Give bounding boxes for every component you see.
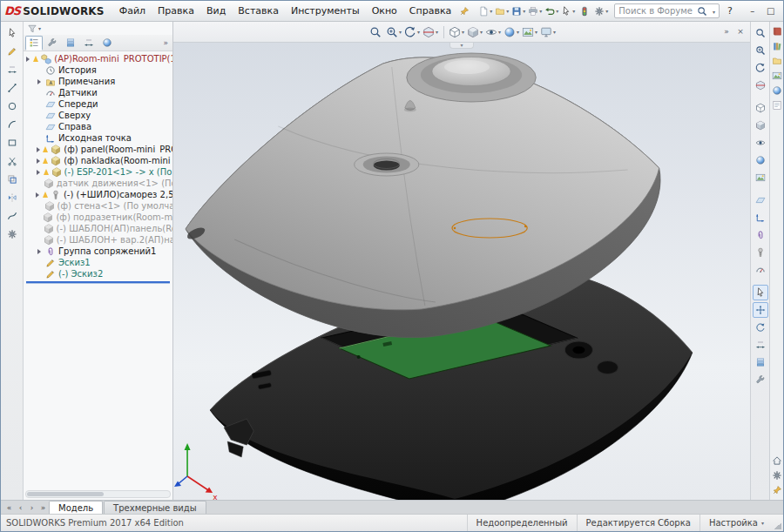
tab-configurationmanager[interactable] <box>62 36 79 51</box>
origin-display-icon[interactable] <box>753 210 768 226</box>
hide-show-items-icon[interactable] <box>485 24 502 40</box>
view-palette-icon[interactable] <box>771 70 783 82</box>
zoom-fit-icon[interactable] <box>368 24 384 40</box>
display-style-icon[interactable] <box>753 118 768 133</box>
tree-item[interactable]: (ф) panel(Room-mini_PROTOTIP_АР... <box>24 144 172 155</box>
expand-arrow-icon[interactable] <box>36 249 43 254</box>
section-view-icon[interactable] <box>753 77 768 93</box>
help-button[interactable]: ? <box>722 5 738 17</box>
zoom-area-icon[interactable] <box>753 43 768 58</box>
home-icon[interactable] <box>771 455 783 467</box>
menu-Правка[interactable]: Правка <box>152 3 199 18</box>
panel-tabs-overflow-button[interactable]: » <box>160 38 171 47</box>
design-library-icon[interactable] <box>771 40 783 52</box>
smart-dimension-icon[interactable] <box>4 62 20 77</box>
menu-Вставка[interactable]: Вставка <box>233 3 284 18</box>
tree-item[interactable]: (ф) стена<1> (По умолчанию) <box>24 200 172 212</box>
plane-display-icon[interactable] <box>753 192 768 208</box>
expand-arrow-icon[interactable] <box>25 57 30 62</box>
filter-funnel-icon[interactable] <box>26 21 42 37</box>
zoom-area-icon[interactable] <box>386 24 402 40</box>
tree-item[interactable]: (АР)Room-mini_PROTOTIP(1,5mm) <box>24 53 172 64</box>
tab-model[interactable]: Модель <box>49 501 103 514</box>
menu-Вид[interactable]: Вид <box>201 3 231 18</box>
resources-icon[interactable] <box>771 25 783 37</box>
file-explorer-icon[interactable] <box>771 55 783 67</box>
tab-dimxpertmanager[interactable] <box>80 36 98 51</box>
resize-grip[interactable] <box>773 515 783 531</box>
tab-displaymanager[interactable] <box>98 36 116 51</box>
display-style-icon[interactable] <box>467 24 483 40</box>
tree-item[interactable]: (-) ШАБЛОН(АП)панель(Room)<1>... <box>24 223 172 234</box>
previous-view-icon[interactable] <box>404 24 421 40</box>
menu-Файл[interactable]: Файл <box>114 3 151 18</box>
menu-Окно[interactable]: Окно <box>367 3 402 18</box>
mirror-entities-icon[interactable] <box>4 190 20 205</box>
custom-properties-icon[interactable] <box>771 99 783 111</box>
tree-item[interactable]: Спереди <box>24 98 172 110</box>
new-document-icon[interactable] <box>477 3 493 19</box>
tree-item[interactable]: (-) ШАБЛОН+ вар.2(АП)наклад(Ка... <box>24 234 172 246</box>
view-orientation-icon[interactable] <box>753 100 768 116</box>
tree-item[interactable]: Датчики <box>24 87 172 98</box>
select-icon[interactable] <box>560 3 576 19</box>
pin-menu-icon[interactable] <box>459 3 470 19</box>
dimension-tool-icon[interactable] <box>753 337 768 353</box>
tree-item[interactable]: (ф) nakladka(Room-mini_PROTOTIP_... <box>24 155 172 166</box>
hide-show-icon[interactable] <box>753 135 768 151</box>
tab-featuremanager[interactable] <box>25 36 43 51</box>
fastener-icon[interactable] <box>753 245 768 260</box>
status-state[interactable]: Недоопределенный <box>467 515 577 531</box>
line-icon[interactable] <box>4 80 20 96</box>
tab-propertymanager[interactable] <box>44 36 61 51</box>
tree-item[interactable]: Сверху <box>24 110 172 121</box>
mate-icon[interactable] <box>753 227 768 243</box>
settings-icon[interactable] <box>771 469 783 481</box>
tree-item[interactable]: (-) ESP-201<1> -> x (По умолчан... <box>24 166 172 178</box>
toolbar-overflow-button[interactable]: » <box>720 24 733 38</box>
convert-entities-icon[interactable] <box>4 172 20 187</box>
tree-item[interactable]: Примечания <box>24 76 172 87</box>
scrollbar-thumb[interactable] <box>27 492 104 496</box>
edit-appearance-icon[interactable] <box>504 24 520 40</box>
appearance-icon[interactable] <box>753 152 768 168</box>
options-gear-icon[interactable] <box>593 3 609 19</box>
tree-item[interactable]: Эскиз1 <box>24 257 172 268</box>
rotate-component-icon[interactable] <box>753 320 768 335</box>
menu-Справка[interactable]: Справка <box>404 3 456 18</box>
expand-arrow-icon[interactable] <box>36 147 40 152</box>
sketch-icon[interactable] <box>4 44 20 59</box>
spline-icon[interactable] <box>4 208 20 224</box>
sensor-icon[interactable] <box>753 262 768 278</box>
open-document-icon[interactable] <box>494 3 510 19</box>
rollback-bar[interactable] <box>26 281 170 283</box>
tab-scroll-first-button[interactable]: « <box>3 502 15 513</box>
save-icon[interactable] <box>510 3 526 19</box>
trim-entities-icon[interactable] <box>4 153 20 169</box>
status-editing[interactable]: Редактируется Сборка <box>577 515 700 531</box>
select-arrow-icon[interactable] <box>4 25 20 41</box>
section-view-icon[interactable] <box>422 24 439 40</box>
tree-horizontal-scrollbar[interactable] <box>25 490 171 498</box>
select-tool-icon[interactable] <box>753 285 768 300</box>
status-configuration[interactable]: Настройка <box>700 515 773 531</box>
tree-item[interactable]: Группа сопряжений1 <box>24 246 172 257</box>
rectangle-icon[interactable] <box>4 135 20 151</box>
previous-view-icon[interactable] <box>753 60 768 76</box>
close-toolbar-button[interactable]: × <box>734 24 747 38</box>
search-box[interactable]: Поиск в Форуме <box>614 3 720 18</box>
tree-item[interactable]: Исходная точка <box>24 132 172 144</box>
tree-item[interactable]: Справа <box>24 121 172 132</box>
zoom-to-fit-icon[interactable] <box>753 25 768 41</box>
search-scope-caret[interactable] <box>712 6 715 16</box>
expand-arrow-icon[interactable] <box>36 158 40 164</box>
scene-icon[interactable] <box>753 170 768 185</box>
tab-scroll-prev-button[interactable]: ‹ <box>15 502 26 513</box>
minimize-button[interactable]: – <box>744 4 761 18</box>
print-icon[interactable] <box>527 3 543 19</box>
tree-item[interactable]: (-) Эскиз2 <box>24 268 172 279</box>
sketch-settings-icon[interactable] <box>4 226 20 242</box>
tools-icon[interactable] <box>753 372 768 387</box>
arc-icon[interactable] <box>4 117 20 132</box>
expand-arrow-icon[interactable] <box>36 79 43 84</box>
